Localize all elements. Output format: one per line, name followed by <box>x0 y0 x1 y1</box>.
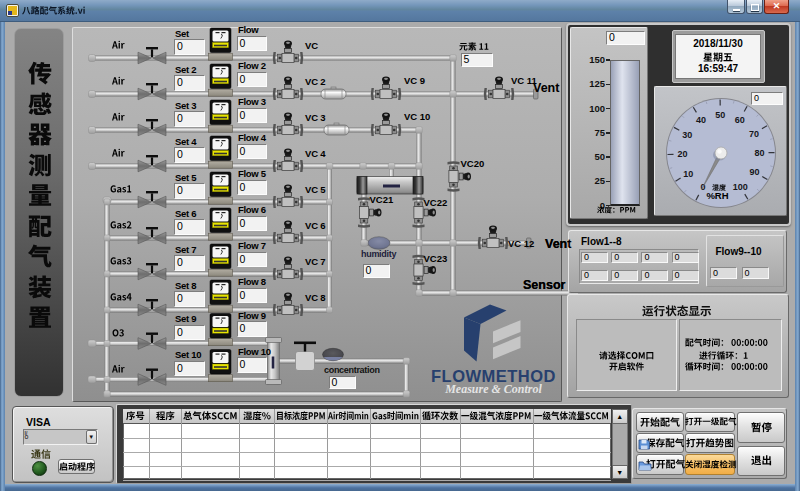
svg-text:20: 20 <box>677 149 687 159</box>
svg-text:70: 70 <box>749 129 759 139</box>
svg-text:60: 60 <box>735 115 745 125</box>
svg-text:90: 90 <box>749 167 759 177</box>
svg-text:10: 10 <box>683 169 693 179</box>
svg-text:40: 40 <box>696 115 706 125</box>
svg-text:50: 50 <box>715 110 725 120</box>
svg-text:30: 30 <box>682 130 692 140</box>
svg-text:80: 80 <box>754 148 764 158</box>
svg-text:100: 100 <box>733 182 748 192</box>
